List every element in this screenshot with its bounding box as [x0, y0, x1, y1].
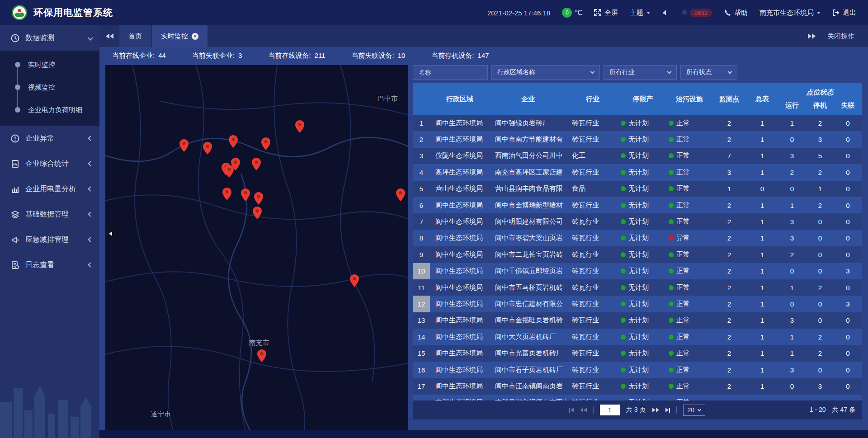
map-pin-icon[interactable]: [261, 137, 270, 150]
table-row[interactable]: 8 阆中生态环境局 阆中市枣碧大梁山页岩 砖瓦行业 无计划 异常 2 1 3 0…: [413, 230, 862, 246]
table-row[interactable]: 7 阆中生态环境局 阆中明阳建材有限公司 砖瓦行业 无计划 正常 2 1 3 0…: [413, 213, 862, 230]
sidebar-item-enterprise-statistics[interactable]: 企业综合统计: [0, 151, 99, 176]
region-filter-select[interactable]: 行政区域名称: [491, 65, 600, 80]
org-dropdown[interactable]: 南充市生态环境局: [760, 9, 821, 17]
map-pin-icon[interactable]: [229, 135, 238, 148]
prev-page-button[interactable]: [580, 408, 587, 412]
fullscreen-button[interactable]: 全屏: [594, 9, 618, 17]
table-row[interactable]: 5 营山生态环境局 营山县润丰肉食品有限 食品 无计划 正常 1 0 0 1 0: [413, 181, 862, 197]
cell-meters: 1: [746, 362, 778, 378]
cell-company: 阆中市南方节能建材有: [490, 131, 566, 147]
table-row[interactable]: 14 阆中生态环境局 阆中大兴页岩机砖厂 砖瓦行业 无计划 正常 2 1 1 2…: [413, 329, 862, 345]
last-page-button[interactable]: [665, 408, 670, 413]
page-size-select[interactable]: 20: [683, 405, 706, 416]
tabs-scroll-right-button[interactable]: [808, 33, 816, 39]
column-header-region: 行政区域: [430, 83, 490, 115]
cell-offline: 0: [834, 329, 862, 345]
table-row[interactable]: 10 阆中生态环境局 阆中千佛镇五郎垭页岩 砖瓦行业 无计划 正常 2 1 0 …: [413, 263, 862, 279]
cell-running: 3: [778, 312, 806, 329]
map-pin-icon[interactable]: [253, 207, 262, 219]
close-operations-button[interactable]: 关闭操作: [827, 32, 854, 41]
map-pin-icon[interactable]: [231, 158, 240, 170]
table-row[interactable]: 13 阆中生态环境局 阆中市金福旺页岩机砖 砖瓦行业 无计划 正常 2 1 3 …: [413, 312, 862, 329]
tab-realtime-monitoring[interactable]: 实时监控 ×: [152, 25, 208, 47]
status-dot-icon: [621, 301, 626, 306]
map-pin-icon[interactable]: [257, 349, 266, 362]
table-row[interactable]: 11 阆中生态环境局 阆中市五马桥页岩机砖 砖瓦行业 无计划 正常 2 1 1 …: [413, 279, 862, 296]
name-filter-input[interactable]: [413, 65, 488, 80]
cell-facility: 正常: [667, 181, 712, 197]
first-page-button[interactable]: [569, 408, 574, 413]
pagination-separator: [676, 406, 677, 414]
cell-points: 2: [712, 296, 746, 312]
cell-running: 3: [778, 230, 806, 246]
tabs-scroll-left-button[interactable]: [99, 25, 119, 47]
table-panel: 行政区域名称 所有行业 所有状态 行政区域 企业: [413, 65, 862, 419]
table-row[interactable]: 9 阆中生态环境局 阆中市二龙长宝页岩砖 砖瓦行业 无计划 正常 2 1 2 0…: [413, 246, 862, 263]
cell-stopped: 3: [806, 378, 834, 394]
volume-button[interactable]: [662, 9, 669, 16]
cell-facility: 正常: [667, 246, 712, 263]
sidebar-item-log-view[interactable]: 日志查看: [0, 252, 99, 278]
map-collapse-button[interactable]: [105, 227, 115, 240]
logout-button[interactable]: 退出: [832, 9, 856, 17]
theme-dropdown[interactable]: 主题: [630, 9, 650, 17]
map-pin-icon[interactable]: [396, 188, 405, 201]
main-area: 首页 实时监控 × 关闭操作 当前在线企业:44 当前失联企业:3 当: [99, 25, 868, 438]
cell-meters: 1: [746, 329, 778, 345]
sidebar-item-power-analysis[interactable]: 企业用电量分析: [0, 176, 99, 202]
cell-region: 南部生态环境局: [430, 395, 490, 400]
cell-meters: 1: [746, 131, 778, 147]
city-skyline-watermark: [0, 370, 99, 438]
fullscreen-icon: [594, 9, 601, 16]
sidebar-item-realtime-monitoring[interactable]: 实时监控: [0, 53, 99, 76]
map-pin-icon[interactable]: [295, 120, 304, 133]
table-row[interactable]: 4 高坪生态环境局 南充市高坪区王家店建 砖瓦行业 无计划 正常 3 1 2 2…: [413, 164, 862, 180]
table-row[interactable]: 15 阆中生态环境局 阆中市光富页岩机砖厂 砖瓦行业 无计划 正常 2 1 1 …: [413, 345, 862, 361]
sidebar-item-power-load-detail[interactable]: 企业电力负荷明细: [0, 99, 99, 121]
table-row[interactable]: 16 阆中生态环境局 阆中市石子页岩机砖厂 砖瓦行业 无计划 正常 2 1 3 …: [413, 362, 862, 378]
map-pin-icon[interactable]: [179, 139, 189, 152]
sidebar-item-data-monitoring[interactable]: 数据监测: [0, 25, 99, 51]
map-pin-icon[interactable]: [222, 188, 231, 200]
notification-count-badge: 2632: [690, 9, 712, 17]
cell-production: 无计划: [619, 378, 667, 394]
sidebar-item-emergency-reduction[interactable]: 应急减排管理: [0, 227, 99, 252]
cell-running: 0: [778, 263, 806, 279]
cell-offline: 3: [834, 296, 862, 312]
tab-bar-right: 关闭操作: [808, 25, 868, 47]
cell-facility: 正常: [667, 148, 712, 164]
page-number-input[interactable]: [600, 405, 620, 415]
map-pin-icon[interactable]: [350, 274, 359, 287]
industry-filter-select[interactable]: 所有行业: [604, 65, 677, 80]
table-row[interactable]: 2 阆中生态环境局 阆中市南方节能建材有 砖瓦行业 无计划 正常 2 1 0 3…: [413, 131, 862, 147]
help-button[interactable]: 帮助: [724, 9, 748, 17]
status-filter-select[interactable]: 所有状态: [680, 65, 737, 80]
table-row[interactable]: 18 南部生态环境局 南部县瑞华混凝土有限公 砖瓦行业 无计划 正常 2 1 0…: [413, 395, 862, 400]
cell-points: 2: [712, 312, 746, 329]
status-dot-icon: [621, 384, 626, 389]
map-pin-icon[interactable]: [241, 188, 250, 201]
map-canvas[interactable]: 巴中市南充市遂宁市: [105, 65, 408, 430]
table-row[interactable]: 3 仪陇生态环境局 西南油气田分公司川中 化工 无计划 正常 7 1 3 5 0: [413, 148, 862, 164]
cell-offline: 0: [834, 115, 862, 131]
table-row[interactable]: 12 阆中生态环境局 阆中市忠信建材有限公 砖瓦行业 无计划 正常 2 1 0 …: [413, 296, 862, 312]
sidebar-item-enterprise-abnormal[interactable]: 企业异常: [0, 126, 99, 151]
cell-industry: 砖瓦行业: [566, 164, 619, 180]
alert-circle-icon: [11, 134, 19, 143]
cell-stopped: 0: [806, 230, 834, 246]
map-pin-icon[interactable]: [252, 158, 261, 170]
sidebar-item-video-monitoring[interactable]: 视频监控: [0, 76, 99, 99]
cell-stopped: 0: [806, 263, 834, 279]
cell-stopped: 0: [806, 362, 834, 378]
table-row[interactable]: 1 阆中生态环境局 阆中强锐页岩砖厂 砖瓦行业 无计划 正常 2 1 1 2 0: [413, 115, 862, 131]
next-page-button[interactable]: [652, 408, 659, 412]
tab-close-icon[interactable]: ×: [192, 33, 198, 40]
map-pin-icon[interactable]: [203, 142, 212, 155]
notifications-button[interactable]: 2632: [681, 9, 712, 17]
sidebar-item-base-data[interactable]: 基础数据管理: [0, 202, 99, 227]
tab-home[interactable]: 首页: [119, 25, 151, 47]
map-pin-icon[interactable]: [254, 192, 263, 205]
table-row[interactable]: 6 阆中生态环境局 阆中市金博瑞新型墙材 砖瓦行业 无计划 正常 2 1 1 2…: [413, 197, 862, 213]
table-row[interactable]: 17 阆中生态环境局 阆中市江南镇阆南页岩 砖瓦行业 无计划 正常 2 1 0 …: [413, 378, 862, 394]
